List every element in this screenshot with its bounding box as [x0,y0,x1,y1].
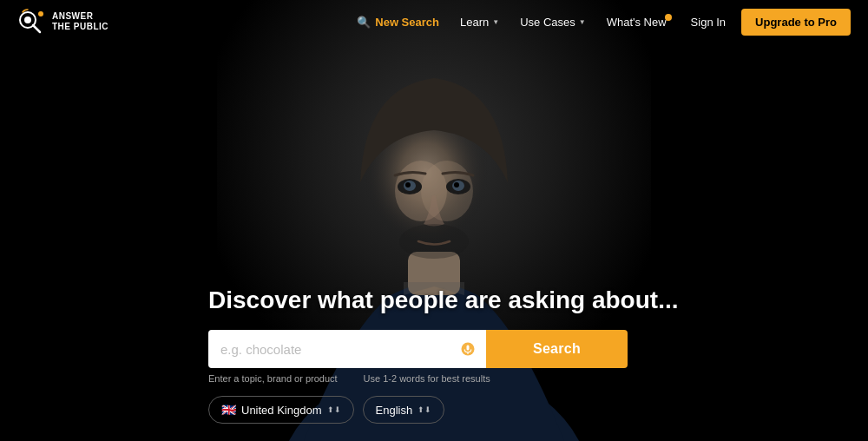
svg-point-12 [399,224,469,259]
mic-icon [458,339,477,359]
language-dropdown[interactable]: English ⬆⬇ [363,396,445,424]
search-icon: 🔍 [357,16,371,29]
svg-point-15 [38,11,43,16]
chevron-down-icon: ▼ [492,18,499,26]
logo-icon [17,8,45,36]
hero-headline: Discover what people are asking about... [208,286,679,314]
search-input[interactable] [208,330,486,368]
learn-menu[interactable]: Learn ▼ [451,10,508,34]
dropdowns-row: 🇬🇧 United Kingdom ⬆⬇ English ⬆⬇ [208,396,679,424]
hint-topic: Enter a topic, brand or product [208,373,338,384]
search-row: Search [208,330,679,368]
signin-button[interactable]: Sign In [679,10,738,34]
svg-rect-17 [467,346,470,351]
search-input-wrap [208,330,486,368]
hero-content: Discover what people are asking about...… [208,286,679,424]
svg-point-14 [24,16,31,23]
svg-point-10 [405,182,411,188]
upgrade-button[interactable]: Upgrade to Pro [741,9,851,36]
logo[interactable]: ANSWER THE PUBLIC [17,8,108,36]
country-dropdown[interactable]: 🇬🇧 United Kingdom ⬆⬇ [208,396,354,424]
country-chevron-icon: ⬆⬇ [327,405,341,414]
navbar: ANSWER THE PUBLIC 🔍 New Search Learn ▼ U… [0,0,868,43]
chevron-down-icon: ▼ [579,18,586,26]
use-cases-menu[interactable]: Use Cases ▼ [511,10,595,34]
whats-new-button[interactable]: What's New [598,10,675,34]
new-search-link[interactable]: 🔍 New Search [348,10,448,34]
nav-right: 🔍 New Search Learn ▼ Use Cases ▼ What's … [348,9,851,36]
notification-dot [665,14,672,21]
search-hints: Enter a topic, brand or product Use 1-2 … [208,373,679,384]
search-button[interactable]: Search [486,330,628,368]
svg-point-11 [454,182,459,188]
logo-text: ANSWER THE PUBLIC [52,11,108,32]
flag-icon: 🇬🇧 [221,403,236,417]
hint-words: Use 1-2 words for best results [364,373,490,384]
language-chevron-icon: ⬆⬇ [418,405,431,414]
